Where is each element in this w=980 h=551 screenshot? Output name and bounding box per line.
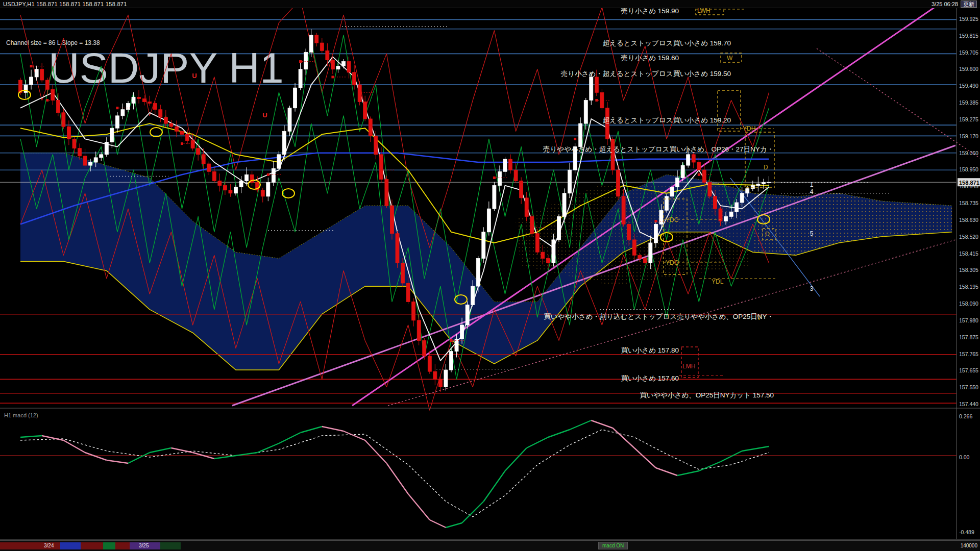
order-marker: [450, 339, 453, 342]
macd-main-line: [591, 420, 612, 428]
price-axis-label: 159.060: [959, 150, 978, 156]
macd-main-line: [386, 463, 408, 494]
candle-body: [342, 62, 346, 66]
trend-line: [817, 48, 980, 158]
price-annotation: 売り小さめ 159.90: [621, 7, 679, 15]
candle-body: [159, 110, 162, 117]
candle-body: [503, 159, 507, 171]
candle-body: [611, 139, 615, 170]
wave-count-label: 3: [810, 285, 814, 292]
candle-body: [729, 212, 733, 216]
macd-main-line: [301, 427, 322, 433]
candle-body: [62, 113, 65, 127]
price-annotation: 買いやや小さめ、OP25日NYカット 157.50: [640, 391, 774, 399]
candle-body: [30, 77, 33, 85]
candle-body: [622, 196, 625, 224]
candle-body: [94, 158, 97, 162]
price-axis-label: 157.440: [959, 401, 978, 407]
order-marker: [493, 177, 496, 179]
session-label: W: [727, 55, 733, 62]
macd-main-line: [656, 468, 677, 475]
candle-body: [396, 234, 399, 263]
macd-main-line: [505, 448, 527, 471]
candle-body: [229, 190, 232, 193]
channel-info-text: Channel size = 86 L Slope = 13.38: [6, 39, 100, 46]
candle-body: [568, 170, 572, 193]
price-axis-label: 158.735: [959, 200, 978, 206]
candle-body: [638, 255, 642, 258]
price-axis-label: 159.170: [959, 133, 978, 139]
candle-body: [493, 186, 496, 209]
candle-body: [72, 139, 76, 148]
refresh-button[interactable]: 更新: [961, 1, 977, 8]
candle-body: [520, 181, 523, 197]
macd-main-line: [699, 462, 720, 471]
candle-body: [670, 187, 674, 196]
price-annotation: 売り小さめ 159.60: [621, 54, 679, 62]
macd-on-badge[interactable]: macd ON: [598, 542, 628, 549]
session-label: YDH: [743, 125, 755, 132]
wave-count-label: 1: [810, 181, 814, 188]
macd-main-line: [128, 453, 150, 463]
timeline-bar[interactable]: macd ON 140000 3/243/25: [0, 540, 980, 551]
candle-body: [740, 193, 744, 203]
session-label: LWH: [697, 7, 710, 14]
price-axis-label: 159.385: [959, 99, 978, 106]
trade-flag-marker: U: [262, 111, 267, 119]
macd-main-line: [236, 453, 257, 456]
candle-body: [186, 134, 189, 140]
candle-body: [175, 127, 178, 131]
candle-body: [121, 110, 125, 116]
candle-body: [35, 69, 38, 77]
price-axis-label: 159.705: [959, 49, 978, 56]
candle-body: [632, 240, 636, 255]
last-update-time: 3/25 06:28: [932, 1, 958, 7]
candle-body: [756, 184, 760, 186]
candle-body: [751, 186, 754, 189]
macd-main-line: [408, 494, 430, 520]
price-axis-label: 159.490: [959, 83, 978, 89]
price-axis-label: 158.950: [959, 166, 978, 172]
candle-body: [110, 128, 114, 142]
candle-body: [83, 156, 87, 165]
candle-body: [191, 140, 194, 148]
price-annotation: 売りやや小さめ・超えるとストップロス買い小さめ、OP26・27日NYカ・: [543, 145, 774, 153]
candle-body: [245, 174, 249, 181]
candle-body: [654, 224, 657, 243]
wave-count-label: 5: [810, 230, 814, 237]
price-axis-label: 157.875: [959, 334, 978, 340]
candle-body: [735, 203, 739, 212]
macd-main-line: [20, 436, 42, 437]
candle-body: [557, 216, 561, 240]
current-price-value: 158.871: [959, 180, 979, 186]
candle-body: [78, 148, 82, 156]
candle-body: [234, 187, 238, 193]
candle-body: [659, 210, 663, 224]
candle-body: [353, 72, 356, 85]
candle-body: [762, 183, 765, 184]
candle-body: [89, 162, 92, 165]
price-axis-label: 157.655: [959, 367, 978, 373]
candle-body: [482, 232, 485, 259]
timeline-date-label: 3/25: [139, 543, 149, 548]
macd-main-line: [548, 430, 570, 437]
candle-body: [261, 190, 264, 196]
trading-chart-window: USDJPY,H1 158.871 158.871 158.871 158.87…: [0, 0, 980, 551]
candle-body: [590, 77, 593, 101]
candle-body: [541, 252, 545, 258]
candle-body: [423, 340, 426, 356]
candle-body: [315, 35, 318, 43]
candle-body: [218, 181, 222, 185]
candle-body: [207, 164, 211, 171]
candle-body: [326, 51, 329, 60]
candle-body: [127, 104, 130, 110]
candle-body: [438, 379, 442, 387]
order-marker: [574, 138, 576, 140]
macd-axis-label: 0.00: [959, 454, 970, 460]
macd-signal-line: [20, 430, 769, 517]
price-axis-label: 159.600: [959, 66, 978, 72]
chart-canvas[interactable]: USDJPY H1Channel size = 86 L Slope = 13.…: [0, 0, 980, 551]
candle-body: [277, 155, 281, 168]
order-marker: [30, 65, 33, 67]
order-marker: [654, 220, 657, 222]
